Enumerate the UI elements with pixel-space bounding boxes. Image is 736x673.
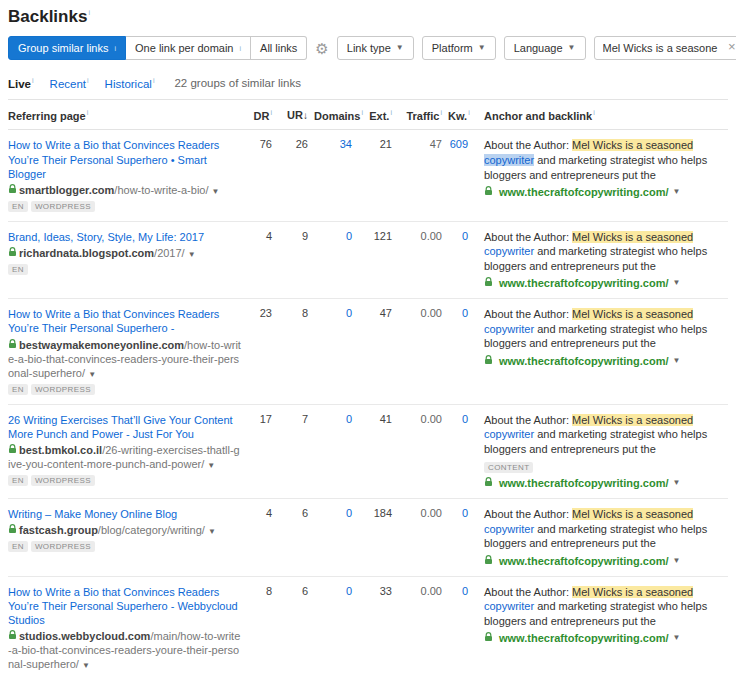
traffic-value: 0.00: [398, 507, 448, 567]
info-icon: i: [468, 109, 470, 116]
referring-page-url[interactable]: studios.webbycloud.com/main/how-to-write…: [8, 629, 242, 671]
domains-value[interactable]: 0: [314, 413, 358, 490]
all-links-button[interactable]: All links: [251, 36, 307, 60]
kw-value[interactable]: 0: [448, 507, 474, 567]
target-url-link[interactable]: www.thecraftofcopywriting.com/: [499, 277, 669, 289]
kw-value[interactable]: 0: [448, 230, 474, 290]
referring-page-title[interactable]: Writing – Make Money Online Blog: [8, 507, 242, 521]
domains-value[interactable]: 0: [314, 507, 358, 567]
language-dropdown[interactable]: Language▼: [504, 36, 586, 60]
referring-page-title[interactable]: How to Write a Bio that Convinces Reader…: [8, 307, 242, 335]
referring-page-url[interactable]: smartblogger.com/how-to-write-a-bio/ ▼: [8, 183, 242, 197]
anchor-term: copywriter: [484, 523, 534, 535]
info-icon: i: [390, 109, 392, 116]
target-url-link[interactable]: www.thecraftofcopywriting.com/: [499, 355, 669, 367]
chevron-down-icon[interactable]: ▼: [673, 357, 681, 365]
info-icon: i: [32, 77, 34, 84]
table-row: Writing – Make Money Online Blog fastcas…: [8, 499, 728, 577]
chevron-down-icon[interactable]: ▼: [208, 527, 216, 536]
tab-recent[interactable]: Recenti: [50, 77, 89, 90]
target-url-link[interactable]: www.thecraftofcopywriting.com/: [499, 632, 669, 644]
dropdown-label: Platform: [432, 42, 473, 54]
anchor-highlighted-match: Mel Wicks is a seasoned: [572, 139, 693, 151]
chevron-down-icon[interactable]: ▼: [673, 557, 681, 565]
domains-value[interactable]: 34: [314, 138, 358, 211]
anchor-prefix: About the Author:: [484, 414, 572, 426]
referring-page-cell: 26 Writing Exercises That’ll Give Your C…: [8, 413, 248, 490]
target-url-link[interactable]: www.thecraftofcopywriting.com/: [499, 555, 669, 567]
clear-search-icon[interactable]: ×: [728, 40, 736, 53]
chevron-down-icon[interactable]: ▼: [673, 634, 681, 642]
button-label: One link per domain: [135, 42, 233, 54]
domains-value[interactable]: 0: [314, 585, 358, 673]
tab-label: Live: [8, 78, 31, 90]
referring-page-title[interactable]: How to Write a Bio that Convinces Reader…: [8, 585, 242, 627]
page-badge: WORDPRESS: [31, 541, 95, 552]
header-label: Traffic: [406, 109, 439, 121]
kw-value[interactable]: 0: [448, 413, 474, 490]
header-label: Ext.: [369, 109, 389, 121]
chevron-down-icon[interactable]: ▼: [212, 187, 220, 196]
chevron-down-icon[interactable]: ▼: [673, 188, 681, 196]
referring-page-title[interactable]: Brand, Ideas, Story, Style, My Life: 201…: [8, 230, 242, 244]
one-link-per-domain-button[interactable]: One link per domaini: [126, 36, 251, 60]
referring-page-url[interactable]: fastcash.group/blog/category/writing/ ▼: [8, 523, 242, 537]
anchor-and-backlink-cell: About the Author: Mel Wicks is a seasone…: [474, 507, 728, 567]
page-badge: EN: [8, 201, 28, 212]
traffic-value: 0.00: [398, 413, 448, 490]
tab-live[interactable]: Livei: [8, 77, 34, 90]
referring-page-cell: How to Write a Bio that Convinces Reader…: [8, 585, 248, 673]
referring-page-title[interactable]: How to Write a Bio that Convinces Reader…: [8, 138, 242, 180]
header-referring-page[interactable]: Referring pagei: [8, 109, 248, 122]
lock-icon: [484, 186, 493, 198]
page-badge: WORDPRESS: [31, 201, 95, 212]
referring-domain: smartblogger.com: [19, 184, 114, 196]
chevron-down-icon[interactable]: ▼: [88, 370, 96, 379]
anchor-highlighted-match: Mel Wicks is a seasoned: [572, 586, 693, 598]
search-input[interactable]: [594, 36, 736, 60]
domains-value[interactable]: 0: [314, 307, 358, 394]
chevron-down-icon[interactable]: ▼: [673, 279, 681, 287]
target-url-link[interactable]: www.thecraftofcopywriting.com/: [499, 186, 669, 198]
kw-value[interactable]: 609: [448, 138, 474, 211]
header-ext[interactable]: Ext.i: [358, 109, 398, 122]
kw-value[interactable]: 0: [448, 307, 474, 394]
tab-historical[interactable]: Historicali: [105, 77, 155, 90]
domains-value[interactable]: 0: [314, 230, 358, 290]
link-type-dropdown[interactable]: Link type▼: [337, 36, 414, 60]
backlink-target: www.thecraftofcopywriting.com/ ▼: [484, 186, 724, 198]
anchor-and-backlink-cell: About the Author: Mel Wicks is a seasone…: [474, 307, 728, 394]
target-url-link[interactable]: www.thecraftofcopywriting.com/: [499, 477, 669, 489]
info-icon: i: [88, 9, 90, 16]
chevron-down-icon[interactable]: ▼: [207, 461, 215, 470]
header-anchor-and-backlink[interactable]: Anchor and backlinki: [474, 109, 728, 122]
kw-value[interactable]: 0: [448, 585, 474, 673]
chevron-down-icon: ▼: [568, 44, 576, 52]
header-dr[interactable]: DRi: [248, 109, 278, 122]
referring-page-title[interactable]: 26 Writing Exercises That’ll Give Your C…: [8, 413, 242, 441]
table-row: 26 Writing Exercises That’ll Give Your C…: [8, 405, 728, 500]
chevron-down-icon[interactable]: ▼: [673, 479, 681, 487]
anchor-prefix: About the Author:: [484, 139, 572, 151]
dropdown-label: Link type: [347, 42, 391, 54]
tab-label: Recent: [50, 78, 86, 90]
chevron-down-icon[interactable]: ▼: [188, 250, 196, 259]
header-traffic[interactable]: Traffici: [398, 109, 448, 122]
backlink-target: www.thecraftofcopywriting.com/ ▼: [484, 632, 724, 644]
header-ur[interactable]: UR↓: [278, 109, 314, 122]
referring-page-url[interactable]: bestwaymakemoneyonline.com/how-to-write-…: [8, 338, 242, 380]
content-badge: CONTENT: [484, 462, 533, 473]
referring-page-url[interactable]: richardnata.blogspot.com/2017/ ▼: [8, 246, 242, 260]
backlink-target: www.thecraftofcopywriting.com/ ▼: [484, 355, 724, 367]
anchor-prefix: About the Author:: [484, 231, 572, 243]
header-domains[interactable]: Domainsi: [314, 109, 358, 122]
platform-dropdown[interactable]: Platform▼: [422, 36, 496, 60]
chevron-down-icon[interactable]: ▼: [82, 661, 90, 670]
referring-page-url[interactable]: best.bmkol.co.il/26-writing-exercises-th…: [8, 443, 242, 471]
header-kw[interactable]: Kw.i: [448, 109, 474, 122]
group-similar-links-button[interactable]: Group similar linksi: [8, 36, 126, 60]
info-icon: i: [270, 109, 272, 116]
gear-icon[interactable]: ⚙: [315, 41, 328, 56]
referring-page-cell: How to Write a Bio that Convinces Reader…: [8, 138, 248, 211]
ur-value: 6: [278, 507, 314, 567]
